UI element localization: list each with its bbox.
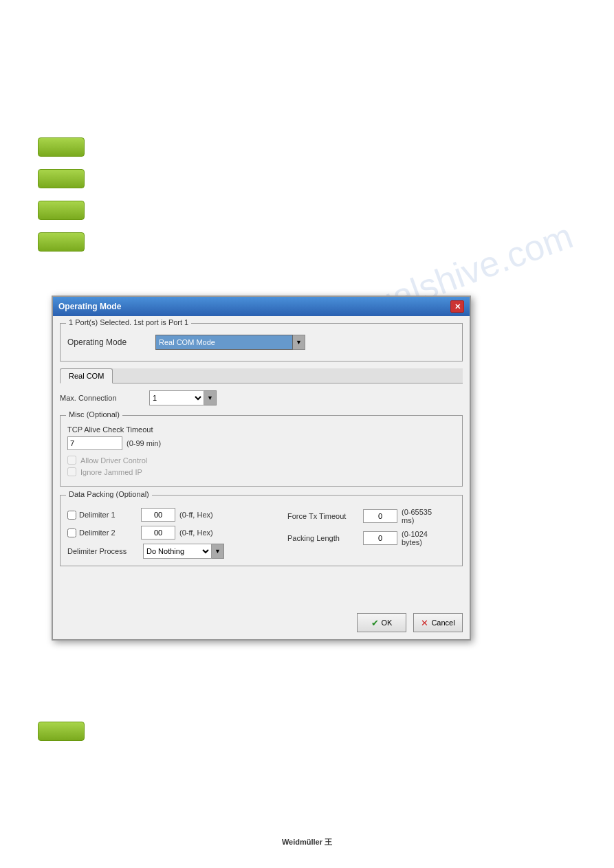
max-connection-row: Max. Connection 1 2 3 4 ▼ bbox=[60, 390, 463, 405]
cancel-icon: ✕ bbox=[421, 618, 428, 628]
cancel-button[interactable]: ✕ Cancel bbox=[413, 613, 463, 632]
delimiter-process-select[interactable]: Do Nothing Delimiter + 1 Delimiter + 2 S… bbox=[143, 544, 212, 559]
max-connection-dropdown-arrow[interactable]: ▼ bbox=[204, 390, 217, 405]
modal-title: Operating Mode bbox=[58, 302, 121, 311]
green-buttons-container bbox=[38, 137, 85, 264]
port-info-group: 1 Port(s) Selected. 1st port is Port 1 O… bbox=[60, 323, 463, 361]
green-button-1[interactable] bbox=[38, 137, 85, 157]
modal-body: 1 Port(s) Selected. 1st port is Port 1 O… bbox=[53, 316, 470, 608]
delimiter1-range: (0-ff, Hex) bbox=[179, 511, 213, 519]
green-button-3[interactable] bbox=[38, 201, 85, 220]
operating-mode-select[interactable]: Real COM Mode TCP Server Mode TCP Client… bbox=[155, 335, 293, 350]
delimiter1-row: Delimiter 1 (0-ff, Hex) bbox=[67, 508, 274, 522]
data-packing-title: Data Packing (Optional) bbox=[66, 490, 152, 498]
tcp-alive-input[interactable] bbox=[67, 436, 122, 450]
operating-mode-row: Operating Mode Real COM Mode TCP Server … bbox=[67, 335, 455, 350]
delimiter2-input[interactable] bbox=[141, 526, 175, 539]
max-connection-select[interactable]: 1 2 3 4 bbox=[149, 390, 204, 405]
tab-real-com[interactable]: Real COM bbox=[60, 368, 113, 383]
delimiter2-row: Delimiter 2 (0-ff, Hex) bbox=[67, 526, 274, 539]
misc-group-title: Misc (Optional) bbox=[66, 410, 122, 419]
bottom-green-button[interactable] bbox=[38, 722, 85, 741]
tab-bar: Real COM bbox=[60, 368, 463, 383]
brand-footer: Weidmüller 王 bbox=[282, 837, 332, 847]
packing-length-input[interactable] bbox=[363, 531, 397, 545]
force-tx-row: Force Tx Timeout (0-65535 ms) bbox=[287, 508, 439, 524]
allow-driver-control-checkbox[interactable] bbox=[67, 456, 76, 465]
ok-label: OK bbox=[382, 619, 393, 627]
delimiter2-checkbox[interactable] bbox=[67, 528, 76, 537]
modal-titlebar: Operating Mode ✕ bbox=[53, 297, 470, 316]
page-container: manualshive.com Operating Mode ✕ 1 Port(… bbox=[0, 0, 614, 868]
ok-icon: ✔ bbox=[371, 618, 379, 628]
dp-right: Force Tx Timeout (0-65535 ms) Packing Le… bbox=[274, 508, 439, 559]
cancel-label: Cancel bbox=[431, 619, 454, 627]
force-tx-input[interactable] bbox=[363, 509, 397, 523]
ok-button[interactable]: ✔ OK bbox=[357, 613, 406, 632]
data-packing-content: Delimiter 1 (0-ff, Hex) Delimiter 2 (0-f… bbox=[67, 508, 455, 559]
force-tx-range: (0-65535 ms) bbox=[402, 508, 439, 524]
allow-driver-control-row: Allow Driver Control bbox=[67, 456, 455, 465]
misc-group: Misc (Optional) TCP Alive Check Timeout … bbox=[60, 415, 463, 487]
operating-mode-label: Operating Mode bbox=[67, 337, 150, 347]
delimiter-process-row: Delimiter Process Do Nothing Delimiter +… bbox=[67, 544, 274, 559]
modal-footer: ✔ OK ✕ Cancel bbox=[53, 608, 470, 639]
green-button-2[interactable] bbox=[38, 169, 85, 188]
empty-space bbox=[60, 573, 463, 601]
packing-length-label: Packing Length bbox=[287, 534, 363, 542]
delimiter2-label: Delimiter 2 bbox=[79, 528, 141, 537]
packing-length-range: (0-1024 bytes) bbox=[402, 530, 439, 546]
delimiter-process-dropdown-arrow[interactable]: ▼ bbox=[212, 544, 224, 559]
tcp-alive-range: (0-99 min) bbox=[127, 439, 161, 447]
tcp-alive-label: TCP Alive Check Timeout bbox=[67, 425, 455, 434]
delimiter1-label: Delimiter 1 bbox=[79, 511, 141, 519]
ignore-jammed-ip-row: Ignore Jammed IP bbox=[67, 467, 455, 476]
port-info-label: 1 Port(s) Selected. 1st port is Port 1 bbox=[66, 318, 191, 326]
allow-driver-control-label: Allow Driver Control bbox=[80, 456, 147, 465]
tcp-alive-row: (0-99 min) bbox=[67, 436, 455, 450]
packing-length-row: Packing Length (0-1024 bytes) bbox=[287, 530, 439, 546]
misc-inner: TCP Alive Check Timeout (0-99 min) Allow… bbox=[67, 423, 455, 476]
delimiter-process-label: Delimiter Process bbox=[67, 547, 143, 555]
operating-mode-dialog: Operating Mode ✕ 1 Port(s) Selected. 1st… bbox=[52, 296, 471, 641]
data-packing-group: Data Packing (Optional) Delimiter 1 (0-f… bbox=[60, 495, 463, 566]
green-button-4[interactable] bbox=[38, 232, 85, 252]
modal-close-button[interactable]: ✕ bbox=[450, 300, 464, 313]
max-connection-label: Max. Connection bbox=[60, 394, 149, 402]
ignore-jammed-ip-checkbox[interactable] bbox=[67, 467, 76, 476]
operating-mode-select-wrapper: Real COM Mode TCP Server Mode TCP Client… bbox=[155, 335, 305, 350]
delimiter2-range: (0-ff, Hex) bbox=[179, 528, 213, 537]
force-tx-label: Force Tx Timeout bbox=[287, 512, 363, 520]
operating-mode-dropdown-arrow[interactable]: ▼ bbox=[293, 335, 305, 350]
delimiter1-checkbox[interactable] bbox=[67, 511, 76, 520]
delimiter1-input[interactable] bbox=[141, 508, 175, 522]
dp-left: Delimiter 1 (0-ff, Hex) Delimiter 2 (0-f… bbox=[67, 508, 274, 559]
ignore-jammed-ip-label: Ignore Jammed IP bbox=[80, 468, 142, 476]
